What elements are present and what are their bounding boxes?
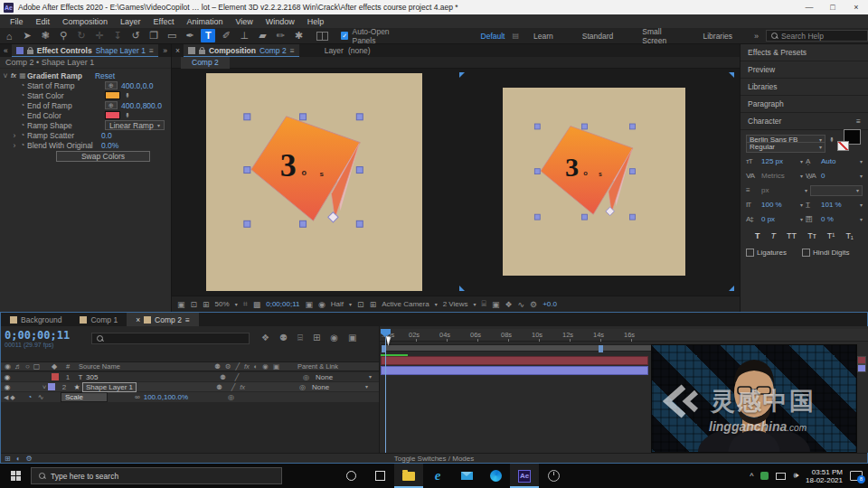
keyframe-nav-icons[interactable]: ◀ ◆ [1, 394, 24, 401]
effect-twirl-icon[interactable]: ˅ [2, 71, 9, 80]
close-tab-icon[interactable]: × [172, 46, 184, 55]
pixel-aspect-icon[interactable]: ⌸ [482, 299, 486, 309]
fx-badge-icon[interactable]: fx [9, 71, 18, 80]
current-time-display[interactable]: 0;00;00;11 00011 (29.97 fps) [5, 329, 70, 348]
roi-icon[interactable]: ⊡ [357, 300, 364, 309]
shape-tool-icon[interactable]: ▭ [163, 30, 181, 42]
mask-visibility-icon[interactable]: ▩ [253, 300, 261, 309]
menu-effect[interactable]: Effect [147, 17, 181, 26]
channels-icon[interactable]: ◉ [318, 300, 326, 309]
minimize-button[interactable]: — [797, 0, 821, 14]
blend-value[interactable]: 0.0% [101, 141, 118, 150]
stopwatch-icon[interactable]: ◔ [24, 393, 35, 401]
panel-menu-icon[interactable]: ≡ [856, 117, 861, 126]
scale-property-label[interactable]: Scale [61, 392, 108, 402]
work-area-end-handle[interactable] [599, 345, 603, 352]
stopwatch-icon[interactable]: ◔ [18, 111, 27, 119]
panel-overflow-icon[interactable]: » [163, 46, 171, 55]
scale-property-row[interactable]: ◀ ◆ ◔ ∿ Scale ∞ 100.0,100.0% ◎ [1, 392, 379, 402]
internet-explorer-icon[interactable]: e [423, 464, 452, 488]
eye-icon[interactable]: ◉ [1, 383, 14, 391]
parent-dropdown[interactable]: None ▾ [316, 373, 372, 381]
layer-bar-shape-layer-1[interactable] [381, 366, 648, 375]
start-of-ramp-value[interactable]: 400.0,0.0 [121, 81, 153, 90]
eyedropper-icon[interactable]: ✒ [827, 136, 835, 143]
dolly-tool-icon[interactable]: ↧ [108, 30, 127, 42]
layer-name[interactable]: 305 [86, 373, 220, 381]
transparency-grid-icon[interactable]: ⊞ [370, 300, 377, 309]
close-tab-icon[interactable]: × [136, 315, 140, 324]
workspace-small-screen[interactable]: Small Screen [627, 27, 688, 45]
preview-panel-header[interactable]: Preview [741, 61, 868, 79]
kerning-field[interactable]: Metrics▾ [761, 172, 803, 180]
pan-camera-tool-icon[interactable]: ✛ [90, 30, 108, 42]
workspace-bar-icon[interactable] [316, 32, 327, 41]
brush-tool-icon[interactable]: ✐ [217, 30, 235, 42]
composition-viewer[interactable]: 3 o s [172, 69, 740, 296]
reset-link[interactable]: Reset [95, 71, 115, 80]
rotation-tool-icon[interactable]: ↺ [127, 30, 145, 42]
superscript-button[interactable]: T¹ [827, 231, 835, 240]
end-color-swatch[interactable] [105, 111, 120, 119]
layer-row-shape-layer-1[interactable]: ◉ ˅ 2 ★ Shape Layer 1 ⚉╱fx ◎ None ▾ [1, 382, 379, 392]
leading-field[interactable]: Auto▾ [821, 157, 863, 165]
layer-bar-305[interactable] [381, 356, 648, 365]
menu-view[interactable]: View [229, 17, 259, 26]
frame-blend-icon[interactable]: ⊞ [313, 333, 320, 343]
maximize-button[interactable]: □ [821, 0, 844, 14]
layer-row-305[interactable]: ◉ 1 T 305 ⚉╱ ◎ None ▾ [1, 372, 379, 382]
twirl-closed-icon[interactable]: › [11, 131, 18, 140]
puppet-pin-tool-icon[interactable]: ✱ [289, 30, 307, 42]
stopwatch-icon[interactable]: ◔ [18, 91, 27, 99]
lock-icon[interactable] [27, 50, 33, 54]
layer-color-tag[interactable] [52, 373, 59, 380]
timeline-search[interactable] [91, 333, 250, 344]
close-button[interactable]: × [844, 0, 868, 14]
zoom-tool-icon[interactable]: ⚲ [54, 30, 72, 42]
display-icon[interactable] [776, 473, 786, 480]
subscript-button[interactable]: T₁ [845, 231, 854, 240]
start-button[interactable] [0, 471, 31, 481]
screen-recorder-icon[interactable] [539, 464, 568, 488]
comp-canvas-right[interactable]: 3 o s [503, 88, 685, 276]
exposure-value[interactable]: +0.0 [542, 300, 557, 308]
pickwhip-icon[interactable]: ◎ [303, 373, 316, 381]
grid-guides-icon[interactable]: ⌗ [243, 299, 248, 309]
tray-expand-icon[interactable]: ^ [750, 472, 753, 481]
auto-open-panels[interactable]: ✓ Auto-Open Panels [341, 27, 412, 45]
type-tool-icon[interactable]: T [201, 29, 215, 42]
font-size-field[interactable]: 125 px▾ [761, 157, 803, 165]
fast-previews-icon[interactable]: ▣ [492, 300, 500, 309]
eraser-tool-icon[interactable]: ▰ [253, 30, 271, 42]
current-time[interactable]: 0;00;00;11 [266, 300, 299, 308]
menu-composition[interactable]: Composition [56, 17, 114, 26]
lock-icon[interactable] [199, 50, 205, 54]
panel-menu-icon[interactable]: ≡ [290, 46, 295, 55]
small-caps-button[interactable]: Tᴛ [807, 231, 816, 240]
workspace-overflow-icon[interactable]: » [754, 32, 759, 41]
hand-tool-icon[interactable]: ❃ [36, 30, 54, 42]
layer-color-tag[interactable] [48, 383, 55, 390]
scale-value[interactable]: 100.0,100.0% [144, 393, 188, 401]
twirl-closed-icon[interactable]: › [11, 141, 18, 150]
camera-tool-icon[interactable]: ❐ [145, 30, 163, 42]
stopwatch-icon[interactable]: ◔ [18, 81, 27, 89]
comp2-viewer-tab[interactable]: Comp 2 [181, 57, 230, 69]
workspace-libraries[interactable]: Libraries [688, 32, 747, 41]
monitor-icon[interactable]: ⊡ [191, 300, 198, 309]
shy-icon[interactable]: ⌸ [297, 333, 303, 343]
graph-editor-icon[interactable]: ▣ [348, 333, 356, 343]
font-style-dropdown[interactable]: Regular ▾ [746, 142, 826, 153]
effect-name[interactable]: Gradient Ramp [27, 71, 82, 80]
timeline-tab-comp1[interactable]: Comp 1 [71, 313, 127, 326]
stopwatch-icon[interactable]: ◔ [18, 101, 27, 109]
point-picker-icon[interactable]: ⊕ [105, 101, 118, 109]
source-name-header[interactable]: Source Name [79, 362, 214, 371]
stroke-color-swatch[interactable] [837, 141, 849, 151]
start-color-swatch[interactable] [105, 91, 120, 99]
all-caps-button[interactable]: TT [787, 231, 797, 240]
composition-tab[interactable]: Composition Comp 2 ≡ [184, 44, 299, 57]
menu-window[interactable]: Window [259, 17, 301, 26]
stopwatch-icon[interactable]: ◔ [18, 121, 27, 129]
zoom-level[interactable]: 50% [215, 300, 230, 308]
